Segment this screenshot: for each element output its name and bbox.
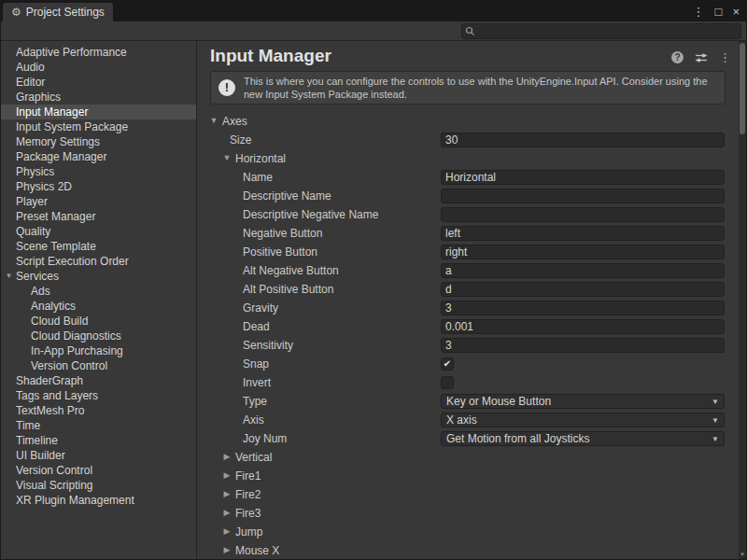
- tab-project-settings[interactable]: ⚙ Project Settings: [3, 3, 113, 21]
- sidebar-item-xr-plugin-management[interactable]: XR Plugin Management: [1, 493, 196, 508]
- dropdown-value: Get Motion from all Joysticks: [446, 432, 589, 445]
- foldout-label: Mouse X: [235, 544, 279, 557]
- sidebar-item-version-control-service[interactable]: Version Control: [1, 358, 196, 373]
- sidebar-item-graphics[interactable]: Graphics: [1, 90, 196, 105]
- foldout-fire3[interactable]: ▶ Fire3: [197, 504, 739, 523]
- joy-num-dropdown[interactable]: Get Motion from all Joysticks ▼: [441, 431, 725, 446]
- sidebar-item-cloud-diagnostics[interactable]: Cloud Diagnostics: [1, 329, 196, 343]
- sidebar-item-audio[interactable]: Audio: [1, 60, 196, 75]
- sidebar-item-time[interactable]: Time: [1, 418, 196, 433]
- foldout-open-icon[interactable]: ▼: [222, 153, 232, 162]
- help-box: ! This is where you can configure the co…: [210, 71, 726, 105]
- sidebar-item-tags-and-layers[interactable]: Tags and Layers: [1, 388, 196, 403]
- positive-button-input[interactable]: [441, 245, 725, 259]
- field-label: Descriptive Negative Name: [243, 208, 378, 221]
- descriptive-name-input[interactable]: [441, 189, 725, 203]
- foldout-vertical[interactable]: ▶ Vertical: [197, 448, 739, 467]
- foldout-closed-icon[interactable]: ▶: [222, 545, 232, 554]
- type-dropdown[interactable]: Key or Mouse Button ▼: [441, 394, 725, 409]
- sidebar-item-physics-2d[interactable]: Physics 2D: [1, 179, 196, 194]
- sidebar-item-in-app-purchasing[interactable]: In-App Purchasing: [1, 343, 196, 358]
- field-row-negative-button: Negative Button: [197, 224, 739, 243]
- gear-icon: ⚙: [11, 7, 21, 18]
- sidebar-item-preset-manager[interactable]: Preset Manager: [1, 209, 196, 224]
- sidebar-item-version-control[interactable]: Version Control: [1, 463, 196, 478]
- sidebar-item-script-execution-order[interactable]: Script Execution Order: [1, 254, 196, 269]
- foldout-closed-icon[interactable]: ▶: [222, 489, 232, 498]
- negative-button-input[interactable]: [441, 226, 725, 241]
- foldout-open-icon[interactable]: ▼: [4, 269, 14, 284]
- alt-positive-button-input[interactable]: [441, 282, 725, 297]
- foldout-open-icon[interactable]: ▼: [209, 116, 218, 125]
- scrollbar-thumb[interactable]: [740, 43, 745, 134]
- name-input[interactable]: [441, 170, 725, 185]
- foldout-closed-icon[interactable]: ▶: [222, 526, 232, 536]
- sidebar-item-memory-settings[interactable]: Memory Settings: [1, 134, 196, 149]
- snap-checkbox[interactable]: ✔: [441, 357, 454, 371]
- window-controls: ⋮ □ ×: [693, 1, 740, 21]
- foldout-horizontal[interactable]: ▼ Horizontal: [197, 149, 739, 168]
- sidebar-item-scene-template[interactable]: Scene Template: [1, 239, 196, 254]
- presets-icon[interactable]: [695, 52, 708, 63]
- kebab-menu-icon[interactable]: ⋮: [719, 51, 731, 63]
- help-icon[interactable]: ?: [671, 51, 684, 63]
- sidebar-item-ads[interactable]: Ads: [1, 284, 196, 299]
- gravity-input[interactable]: [441, 301, 725, 315]
- size-input[interactable]: [441, 133, 725, 147]
- header-icons: ? ⋮: [671, 51, 731, 63]
- field-label: Size: [230, 133, 251, 147]
- sidebar-item-editor[interactable]: Editor: [1, 75, 196, 90]
- axis-dropdown[interactable]: X axis ▼: [441, 413, 725, 427]
- sidebar-item-player[interactable]: Player: [1, 194, 196, 209]
- tab-bar: ⚙ Project Settings ⋮ □ ×: [1, 1, 746, 21]
- foldout-axes[interactable]: ▼ Axes: [197, 112, 739, 131]
- alt-negative-button-input[interactable]: [441, 263, 725, 278]
- sidebar-item-services[interactable]: ▼ Services: [1, 269, 196, 284]
- sidebar-item-label: Services: [16, 270, 59, 283]
- foldout-closed-icon[interactable]: ▶: [222, 452, 232, 461]
- sidebar-item-input-system-package[interactable]: Input System Package: [1, 119, 196, 134]
- field-row-snap: Snap ✔: [197, 355, 739, 373]
- vertical-scrollbar[interactable]: ▼: [739, 41, 746, 559]
- foldout-fire1[interactable]: ▶ Fire1: [197, 467, 739, 485]
- foldout-jump[interactable]: ▶ Jump: [197, 523, 739, 541]
- foldout-mouse-x[interactable]: ▶ Mouse X: [197, 541, 739, 559]
- search-input[interactable]: [478, 25, 740, 37]
- field-label: Alt Negative Button: [243, 264, 339, 277]
- field-row-invert: Invert: [197, 373, 739, 392]
- foldout-label: Jump: [235, 525, 262, 539]
- search-box[interactable]: [461, 23, 741, 39]
- sidebar-item-analytics[interactable]: Analytics: [1, 299, 196, 314]
- sidebar-item-ui-builder[interactable]: UI Builder: [1, 448, 196, 463]
- chevron-down-icon: ▼: [712, 398, 719, 406]
- sidebar-item-adaptive-performance[interactable]: Adaptive Performance: [1, 45, 196, 60]
- field-row-name: Name: [197, 168, 739, 187]
- sidebar-item-package-manager[interactable]: Package Manager: [1, 149, 196, 164]
- sidebar-item-timeline[interactable]: Timeline: [1, 433, 196, 448]
- sidebar-item-input-manager[interactable]: Input Manager: [1, 105, 196, 119]
- sidebar-item-physics[interactable]: Physics: [1, 164, 196, 179]
- dead-input[interactable]: [441, 319, 725, 334]
- sidebar-item-visual-scripting[interactable]: Visual Scripting: [1, 478, 196, 493]
- field-label: Invert: [243, 376, 271, 389]
- foldout-fire2[interactable]: ▶ Fire2: [197, 485, 739, 504]
- scroll-down-icon[interactable]: ▼: [739, 551, 746, 558]
- foldout-label: Fire3: [235, 507, 261, 520]
- sidebar-item-textmesh-pro[interactable]: TextMesh Pro: [1, 403, 196, 418]
- kebab-menu-icon[interactable]: ⋮: [693, 6, 705, 18]
- foldout-closed-icon[interactable]: ▶: [222, 470, 232, 480]
- panel-header: Input Manager ? ⋮: [197, 41, 739, 71]
- invert-checkbox[interactable]: [441, 376, 454, 389]
- field-row-type: Type Key or Mouse Button ▼: [197, 392, 739, 411]
- sidebar-item-quality[interactable]: Quality: [1, 224, 196, 239]
- sidebar-item-cloud-build[interactable]: Cloud Build: [1, 314, 196, 329]
- descriptive-negative-name-input[interactable]: [441, 207, 725, 222]
- sidebar-item-shadergraph[interactable]: ShaderGraph: [1, 373, 196, 388]
- foldout-closed-icon[interactable]: ▶: [222, 508, 232, 517]
- field-row-alt-negative-button: Alt Negative Button: [197, 261, 739, 280]
- close-icon[interactable]: ×: [732, 6, 740, 18]
- field-label: Negative Button: [243, 227, 322, 240]
- sensitivity-input[interactable]: [441, 338, 725, 353]
- help-box-text: This is where you can configure the cont…: [244, 75, 717, 101]
- maximize-icon[interactable]: □: [715, 6, 723, 18]
